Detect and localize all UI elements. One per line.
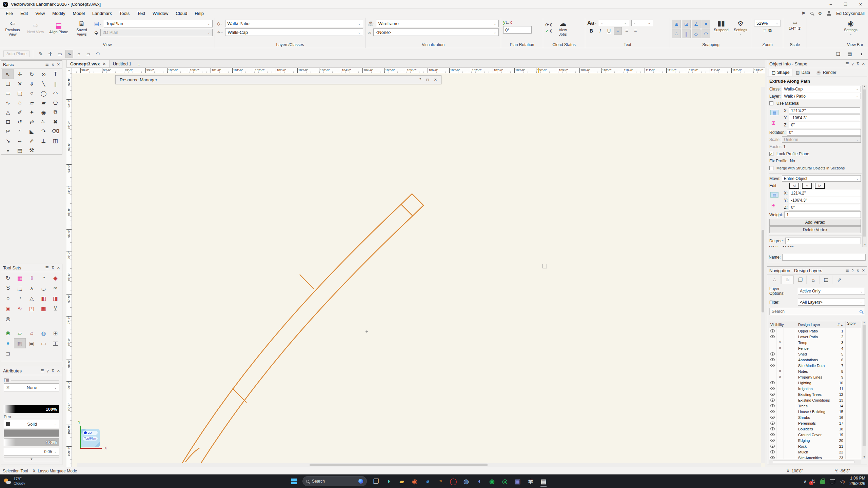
menu-item[interactable]: Window xyxy=(149,10,172,17)
taskbar-app-icon[interactable]: ◖ xyxy=(473,475,486,487)
announcements-icon[interactable]: ⚑ xyxy=(802,11,806,16)
menu-item[interactable]: File xyxy=(2,10,17,17)
close-icon[interactable]: ✕ xyxy=(862,62,865,66)
pin-icon[interactable]: ⊼ xyxy=(52,266,54,270)
toolset-category[interactable]: ▱ xyxy=(14,328,26,338)
tab-untitled1[interactable]: Untitled 1 xyxy=(110,60,135,67)
basic-tool[interactable]: T xyxy=(50,69,61,79)
invisible-x-icon[interactable]: ✕ xyxy=(778,369,782,373)
col-design-layer[interactable]: Design Layer xyxy=(796,323,835,327)
visibility-eye-icon[interactable] xyxy=(770,399,775,402)
basic-tool[interactable]: ◫ xyxy=(50,136,61,145)
help-icon[interactable]: ? xyxy=(47,369,49,373)
layer-row[interactable]: ✕ Edging 20 xyxy=(769,438,861,443)
visibility-eye-icon[interactable] xyxy=(770,387,775,390)
layer-row[interactable]: ✕ Shed 5 xyxy=(769,351,861,357)
palette-menu-icon[interactable]: ☰ xyxy=(846,62,849,66)
modeling-tool[interactable]: ◧ xyxy=(38,293,50,303)
layer-row[interactable]: ✕ Lighting 10 xyxy=(769,380,861,386)
tab-close-icon[interactable]: ✕ xyxy=(102,62,105,66)
expand-icon[interactable]: ⊡ xyxy=(426,78,429,82)
vpn-lock-icon[interactable] xyxy=(820,480,825,484)
taskbar-app-icon[interactable]: ◍ xyxy=(460,475,473,487)
modeling-tool[interactable]: ◨ xyxy=(50,293,61,303)
tray-chevron-icon[interactable]: ∧ xyxy=(804,479,807,484)
snap-button[interactable]: ∴ xyxy=(672,29,681,38)
layer-options-select[interactable]: Active Only⌄ xyxy=(798,288,865,295)
toolset-category[interactable]: ⊞ xyxy=(50,328,61,338)
vertex-next-button[interactable]: ▷ xyxy=(815,183,825,189)
class-select[interactable]: Walls-Cap⌄ xyxy=(782,86,861,92)
fit-objects-icon[interactable]: ⌗ xyxy=(763,28,766,33)
modeling-tool[interactable]: ∿ xyxy=(14,303,26,313)
invisible-x-icon[interactable]: ✕ xyxy=(778,340,782,345)
pin-icon[interactable]: ⊼ xyxy=(52,369,54,373)
modeling-tool[interactable]: ∞ xyxy=(50,283,61,293)
marquee-mode-button[interactable]: ▭ xyxy=(56,50,64,58)
palette-menu-icon[interactable]: ☰ xyxy=(846,268,849,273)
taskbar-app-icon[interactable]: ▰ xyxy=(395,475,408,487)
basic-tool[interactable]: ⇗ xyxy=(26,136,38,145)
view-mode-icon[interactable]: ▤⌄ xyxy=(94,21,102,27)
basic-tool[interactable]: ◣ xyxy=(26,126,38,136)
modeling-tool[interactable]: ◰ xyxy=(26,303,38,313)
layer-list-hscrollbar[interactable] xyxy=(769,460,861,464)
basic-tool[interactable]: ↻ xyxy=(26,69,38,79)
layer-icon[interactable]: ◇⌄ xyxy=(217,21,223,26)
layer-row[interactable]: ✕ Site Modle Data 7 xyxy=(769,363,861,368)
visibility-eye-icon[interactable] xyxy=(770,450,775,453)
visibility-eye-icon[interactable] xyxy=(770,410,775,413)
move-select[interactable]: Entire Object⌄ xyxy=(782,175,861,182)
layer-plane-icon[interactable]: ⊞ xyxy=(771,203,777,208)
basic-tool[interactable]: ▤ xyxy=(14,145,26,155)
layer-row[interactable]: ✕ Property Lines 9 xyxy=(769,374,861,380)
nav-tab-saved-views[interactable]: ▤ xyxy=(820,276,832,284)
y-coordinate-input[interactable]: -106'4.3" xyxy=(789,115,860,121)
minimize-button[interactable]: – xyxy=(823,0,838,9)
layer-row[interactable]: ✕ Rock 21 xyxy=(769,443,861,449)
basic-tool[interactable]: △ xyxy=(2,107,14,117)
auto-plane-toggle[interactable]: Auto-Plane xyxy=(3,50,29,57)
basic-tool[interactable]: ✕ xyxy=(14,79,26,88)
palette-menu-icon[interactable]: ☰ xyxy=(41,369,44,373)
saved-views-button[interactable]: 🗎Saved Views xyxy=(71,20,92,36)
menu-item[interactable]: Help xyxy=(191,10,208,17)
basic-tool[interactable]: ↺ xyxy=(14,117,26,126)
font-select[interactable]: -⌄ xyxy=(599,20,629,26)
fill-type-select[interactable]: ✕ None ⌄ xyxy=(4,383,59,391)
basic-tool[interactable]: ◠ xyxy=(50,88,61,98)
user-avatar-icon[interactable] xyxy=(827,11,831,16)
visibility-eye-icon[interactable] xyxy=(770,445,775,448)
basic-tool[interactable]: ↔ xyxy=(14,136,26,145)
modeling-tool[interactable]: ◉ xyxy=(2,303,14,313)
modeling-tool[interactable]: ⊻ xyxy=(50,303,61,313)
close-icon[interactable]: ✕ xyxy=(862,268,865,273)
nav-tab-viewports[interactable]: ⌂ xyxy=(807,276,820,284)
canvas-vertical-scrollbar[interactable] xyxy=(761,87,765,463)
modeling-tool[interactable]: ◎ xyxy=(2,313,14,324)
taskbar-app-icon[interactable]: ◔ xyxy=(434,475,447,487)
menu-item[interactable]: Modify xyxy=(48,10,69,17)
basic-tool[interactable]: ◉ xyxy=(38,107,50,117)
weather-widget[interactable]: 17°FCloudy xyxy=(4,477,25,486)
close-icon[interactable]: ✕ xyxy=(434,78,437,82)
tab-render[interactable]: ☕Render xyxy=(813,69,839,76)
bold-button[interactable]: B xyxy=(587,27,595,35)
menu-item[interactable]: View xyxy=(32,10,48,17)
visibility-eye-icon[interactable] xyxy=(770,329,775,332)
view-mode-select[interactable]: Top/Plan⌄ xyxy=(104,20,213,27)
modeling-tool[interactable]: △ xyxy=(26,293,38,303)
basic-tool[interactable]: ◒ xyxy=(2,145,14,155)
taskbar-app-icon[interactable]: ◗ xyxy=(382,475,395,487)
active-layer-select[interactable]: Walk/ Patio⌄ xyxy=(225,20,363,27)
vertex-z-input[interactable]: 0" xyxy=(789,204,860,210)
modeling-tool[interactable]: ⬚ xyxy=(14,283,26,293)
taskbar-app-icon[interactable]: ◉ xyxy=(408,475,421,487)
snap-button[interactable]: ◇ xyxy=(692,29,701,38)
weight-input[interactable]: 1 xyxy=(784,211,861,218)
close-icon[interactable]: ✕ xyxy=(57,62,60,67)
class-display-icon[interactable]: ◑ xyxy=(857,50,865,58)
new-tab-button[interactable]: + xyxy=(135,62,143,67)
basic-tool[interactable]: ▢ xyxy=(14,88,26,98)
toolset-category[interactable]: ▨ xyxy=(14,338,26,348)
